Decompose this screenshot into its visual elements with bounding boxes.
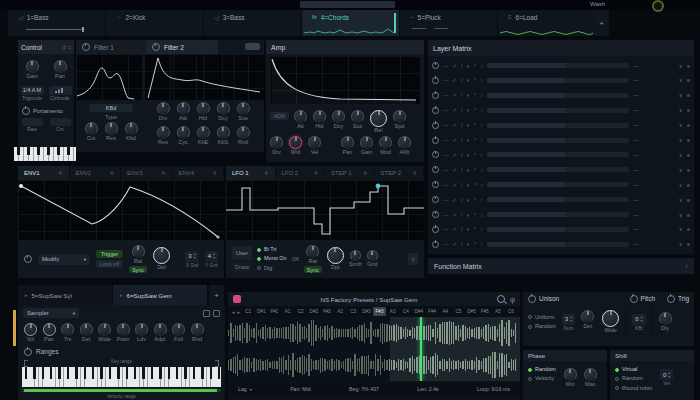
target-dropdown[interactable]: —∨ bbox=[633, 152, 683, 158]
env-sync-badge[interactable]: Sync bbox=[129, 266, 147, 273]
drag-target-icon[interactable]: ✛ bbox=[412, 170, 417, 176]
collapse-icon[interactable]: ↕ bbox=[685, 263, 688, 269]
knob-dial[interactable] bbox=[117, 323, 130, 336]
radio-velocity[interactable]: Velocity bbox=[528, 374, 556, 383]
bipolar-icon[interactable]: ◐ bbox=[467, 122, 470, 128]
knob-dial[interactable] bbox=[327, 247, 344, 264]
knob-dial[interactable] bbox=[197, 126, 210, 139]
knob-dial[interactable] bbox=[398, 136, 411, 149]
amount-slider[interactable] bbox=[487, 108, 629, 113]
row-grip-icon[interactable]: ≡ bbox=[687, 167, 690, 173]
curve-icon[interactable]: / bbox=[461, 77, 463, 83]
target-dropdown[interactable]: —∨ bbox=[633, 122, 683, 128]
curve-icon[interactable]: / bbox=[461, 63, 463, 69]
enable-check-icon[interactable]: ✓ bbox=[453, 63, 458, 69]
amount-slider[interactable] bbox=[487, 63, 629, 68]
knob-dial[interactable] bbox=[132, 245, 145, 258]
filter1-keyboard-chip[interactable]: KBd bbox=[89, 104, 133, 112]
filter1-tab[interactable]: Filter 1 bbox=[76, 40, 146, 54]
amount-slider[interactable] bbox=[487, 123, 629, 128]
note-tick[interactable]: D#1 bbox=[255, 307, 267, 316]
bipolar-icon[interactable]: ◐ bbox=[467, 197, 470, 203]
sort-icon[interactable]: ↕ bbox=[480, 137, 483, 143]
target-dropdown[interactable]: —∨ bbox=[633, 92, 683, 98]
note-tick[interactable]: D#3 bbox=[360, 307, 372, 316]
enable-check-icon[interactable]: ✓ bbox=[453, 226, 458, 232]
source-select[interactable]: --- bbox=[443, 226, 449, 232]
lfo-expand-button[interactable]: ↕ bbox=[408, 253, 418, 265]
curve-icon[interactable]: / bbox=[461, 152, 463, 158]
knob-dial[interactable] bbox=[217, 126, 230, 139]
source-select[interactable]: --- bbox=[443, 167, 449, 173]
arrow-down-icon[interactable]: ▾ bbox=[668, 375, 670, 379]
source-select[interactable]: --- bbox=[443, 77, 449, 83]
curve-icon[interactable]: / bbox=[461, 241, 463, 247]
ruler-next-icon[interactable]: ▸ bbox=[237, 309, 242, 315]
scale-icon[interactable]: ° bbox=[474, 182, 476, 188]
knob-dial[interactable] bbox=[105, 122, 118, 135]
tab-step1[interactable]: STEP 1 ✛ bbox=[325, 166, 375, 180]
bipolar-icon[interactable]: ◐ bbox=[467, 226, 470, 232]
layer-matrix-row[interactable]: ---✓/◐°↕—∨≡ bbox=[432, 179, 690, 190]
env-power-icon[interactable] bbox=[24, 255, 32, 263]
amount-slider[interactable] bbox=[487, 242, 629, 247]
bipolar-icon[interactable]: ◐ bbox=[467, 212, 470, 218]
ctrlmode-select[interactable] bbox=[49, 86, 72, 95]
scale-icon[interactable]: ° bbox=[474, 212, 476, 218]
tab-lfo1[interactable]: LFO 1 ✛ bbox=[226, 166, 276, 180]
source-select[interactable]: --- bbox=[443, 137, 449, 143]
tab-env2[interactable]: ENV2 ✛ bbox=[70, 166, 122, 180]
row-grip-icon[interactable]: ≡ bbox=[687, 241, 690, 247]
knob-dial[interactable] bbox=[157, 126, 170, 139]
row-grip-icon[interactable]: ≡ bbox=[687, 137, 690, 143]
layer-matrix-row[interactable]: ---✓/◐°↕—∨≡ bbox=[432, 90, 690, 101]
arrow-down-icon[interactable]: ▾ bbox=[213, 256, 215, 260]
knob-dial[interactable] bbox=[393, 110, 406, 123]
note-tick[interactable]: A3 bbox=[387, 307, 399, 316]
layer-matrix-row[interactable]: ---✓/◐°↕—∨≡ bbox=[432, 75, 690, 86]
knob-dial[interactable] bbox=[351, 110, 364, 123]
knob-dial[interactable] bbox=[564, 368, 577, 381]
drag-target-icon[interactable]: ✛ bbox=[363, 170, 368, 176]
radio-virtual[interactable]: Virtual bbox=[615, 365, 652, 374]
curve-icon[interactable]: / bbox=[461, 197, 463, 203]
layer-matrix-row[interactable]: ---✓/◐°↕—∨≡ bbox=[432, 209, 690, 220]
enable-check-icon[interactable]: ✓ bbox=[453, 167, 458, 173]
knob-dial[interactable] bbox=[157, 102, 170, 115]
knob-dial[interactable] bbox=[54, 60, 67, 73]
drag-target-icon[interactable]: ✛ bbox=[109, 170, 114, 176]
sort-icon[interactable]: ↕ bbox=[480, 197, 483, 203]
row-grip-icon[interactable]: ≡ bbox=[687, 122, 690, 128]
ruler-prev-icon[interactable]: ◂ bbox=[231, 309, 236, 315]
knob-dial[interactable] bbox=[177, 126, 190, 139]
drag-target-icon[interactable]: ✛ bbox=[264, 170, 269, 176]
amount-slider[interactable] bbox=[487, 182, 629, 187]
row-power-icon[interactable] bbox=[432, 151, 439, 158]
note-tick[interactable]: F#1 bbox=[268, 307, 280, 316]
row-power-icon[interactable] bbox=[432, 122, 439, 129]
drag-target-icon[interactable]: ✛ bbox=[212, 170, 217, 176]
curve-icon[interactable]: / bbox=[461, 122, 463, 128]
row-grip-icon[interactable]: ≡ bbox=[687, 63, 690, 69]
curve-icon[interactable]: / bbox=[461, 212, 463, 218]
enable-check-icon[interactable]: ✓ bbox=[453, 107, 458, 113]
bipolar-icon[interactable]: ◐ bbox=[467, 107, 470, 113]
track-tab-6-load[interactable]: ≡ 6=Load bbox=[498, 10, 595, 36]
envelope-curve-editor[interactable] bbox=[18, 180, 224, 240]
note-tick[interactable]: C3 bbox=[347, 307, 359, 316]
drag-target-icon[interactable]: ✛ bbox=[58, 170, 63, 176]
target-dropdown[interactable]: —∨ bbox=[633, 77, 683, 83]
layer-matrix-row[interactable]: ---✓/◐°↕—∨≡ bbox=[432, 135, 690, 146]
row-power-icon[interactable] bbox=[432, 92, 439, 99]
menu-icon[interactable]: ≡ bbox=[63, 44, 66, 50]
waveform-display[interactable] bbox=[228, 317, 520, 381]
bipolar-icon[interactable]: ◐ bbox=[467, 182, 470, 188]
knob-dial[interactable] bbox=[306, 245, 319, 258]
curve-icon[interactable]: / bbox=[461, 92, 463, 98]
radio-random[interactable]: Random bbox=[528, 322, 556, 331]
scale-icon[interactable]: ° bbox=[474, 92, 476, 98]
target-dropdown[interactable]: —∨ bbox=[633, 107, 683, 113]
sampler-option-icon[interactable] bbox=[213, 310, 220, 317]
amount-slider[interactable] bbox=[487, 78, 629, 83]
arrow-down-icon[interactable]: ▾ bbox=[194, 256, 196, 260]
